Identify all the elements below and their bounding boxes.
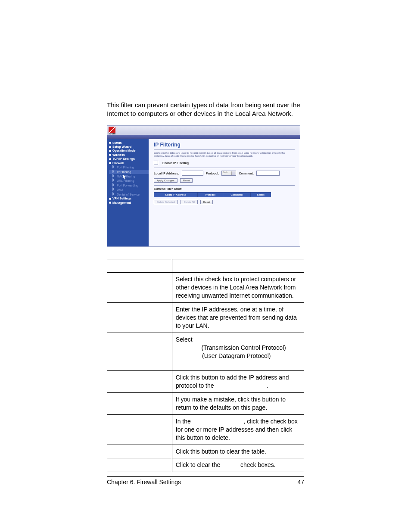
txt: TCP or UDP: <box>194 336 229 343</box>
sidebar-item[interactable]: TCP/IP Settings <box>109 157 150 161</box>
screenshot-topbar: zoom <box>107 126 300 135</box>
table-row: Reset (upper) If you make a mistake, cli… <box>107 393 304 415</box>
txt: Current Filter Table <box>193 418 244 425</box>
divider <box>154 149 295 150</box>
comment-label: Comment: <box>239 172 254 175</box>
txt: . <box>267 382 268 389</box>
reset2-button[interactable]: Reset <box>200 200 213 204</box>
opt-label: Delete Selected <box>111 418 153 425</box>
txt: TCP <box>188 344 200 351</box>
delete-all-button[interactable]: Delete All <box>181 200 197 204</box>
opt-label: Protocol <box>111 336 133 343</box>
protocol-select[interactable]: Both <box>221 171 236 176</box>
txt: Select <box>222 461 239 468</box>
ip-label: Local IP Address: <box>154 172 179 175</box>
intro-paragraph: This filter can prevent certain types of… <box>107 101 304 118</box>
opt-desc: If you make a mistake, click this button… <box>172 393 304 415</box>
col-protocol: Protocol <box>197 193 223 197</box>
txt: Current Filter Table <box>215 382 267 389</box>
txt: In the <box>176 418 193 425</box>
screenshot-title: IP Filtering <box>154 142 295 148</box>
opt-desc: Select TCP or UDP: TCP (Transmission Con… <box>172 333 304 371</box>
filter-table: Local IP Address Protocol Comment Select <box>154 192 271 197</box>
comment-input[interactable] <box>256 171 280 176</box>
table-row: Delete All Click this button to clear th… <box>107 445 304 458</box>
col-select: Select <box>251 193 271 197</box>
sidebar-subitem[interactable]: MAC Filtering <box>109 174 150 178</box>
sidebar-item[interactable]: Management <box>109 201 150 205</box>
sidebar-item[interactable]: Operation Mode <box>109 149 150 152</box>
opt-desc: In the Current Filter Table, click the c… <box>172 414 304 445</box>
screenshot-sidebar: Status Setup Wizard Operation Mode Wirel… <box>107 139 152 246</box>
table-row: Enable IP Filtering Select this check bo… <box>107 273 304 303</box>
opt-label: Delete All <box>111 448 136 455</box>
opt-label: Enable IP Filtering <box>111 276 160 283</box>
footer-chapter: Chapter 6. Firewall Settings <box>107 479 181 485</box>
screenshot-main: IP Filtering Entries in this table are u… <box>149 139 300 246</box>
sidebar-item[interactable]: Setup Wizard <box>109 145 150 149</box>
table-row: Local IP Address Enter the IP addresses,… <box>107 303 304 333</box>
router-screenshot: zoom Status Setup Wizard Operation Mode … <box>107 125 300 247</box>
divider <box>154 168 295 168</box>
screenshot-description: Entries in this table are used to restri… <box>154 152 295 159</box>
sidebar-subitem[interactable]: Port Filtering <box>109 165 150 169</box>
col-description: Description <box>176 262 206 269</box>
opt-desc: Click this button to add the IP address … <box>172 371 304 393</box>
col-comment: Comment <box>223 193 251 197</box>
definitions-table: Option Description Enable IP Filtering S… <box>107 259 304 473</box>
filter-table-caption: Current Filter Table: <box>154 187 295 190</box>
opt-desc: Click this button to clear the table. <box>172 445 304 458</box>
txt: (Transmission Control Protocol) <box>200 344 286 351</box>
sidebar-subitem[interactable]: DMZ <box>109 187 150 192</box>
table-row: Reset (lower) Click to clear the Select … <box>107 458 304 472</box>
delete-selected-button[interactable]: Delete Selected <box>154 200 178 204</box>
sidebar-item[interactable]: Firewall <box>109 161 150 165</box>
opt-label: Apply Changes <box>111 374 152 381</box>
sidebar-subitem[interactable]: Port Forwarding <box>109 183 150 187</box>
sidebar-item[interactable]: Status <box>109 141 150 145</box>
table-row: Apply Changes Click this button to add t… <box>107 371 304 393</box>
footer-page-number: 47 <box>297 479 304 485</box>
opt-label: Local IP Address <box>111 306 156 313</box>
sidebar-item[interactable]: Wireless <box>109 153 150 157</box>
enable-label: Enable IP Filtering <box>162 162 189 165</box>
sidebar-item[interactable]: VPN Settings <box>109 196 150 200</box>
brand-logo-icon <box>109 127 115 133</box>
txt: (User Datagram Protocol) <box>200 352 271 359</box>
page-footer: Chapter 6. Firewall Settings 47 <box>107 476 304 485</box>
txt: check boxes. <box>239 461 276 468</box>
enable-checkbox[interactable] <box>154 161 158 165</box>
sidebar-subitem[interactable]: Denial of Service <box>109 192 150 196</box>
ip-input[interactable] <box>182 171 203 176</box>
txt: UDP <box>188 352 200 359</box>
sidebar-subitem[interactable]: URL Filtering <box>109 178 150 183</box>
txt: Select <box>176 336 194 343</box>
opt-label: Reset (lower) <box>111 461 146 468</box>
col-ip: Local IP Address <box>154 193 198 197</box>
opt-desc: Select this check box to protect compute… <box>172 273 304 303</box>
reset-button[interactable]: Reset <box>180 178 193 183</box>
opt-desc: Click to clear the Select check boxes. <box>172 458 304 472</box>
table-row: Delete Selected In the Current Filter Ta… <box>107 414 304 445</box>
divider <box>154 185 295 186</box>
txt: Click to clear the <box>176 461 222 468</box>
table-row: Protocol Select TCP or UDP: TCP (Transmi… <box>107 333 304 371</box>
opt-desc: Enter the IP addresses, one at a time, o… <box>172 303 304 333</box>
sidebar-subitem-active[interactable]: IP Filtering <box>109 170 150 174</box>
protocol-label: Protocol: <box>206 172 219 175</box>
opt-label: Reset (upper) <box>111 396 148 403</box>
apply-button[interactable]: Apply Changes <box>154 178 177 183</box>
col-option: Option <box>111 262 128 269</box>
